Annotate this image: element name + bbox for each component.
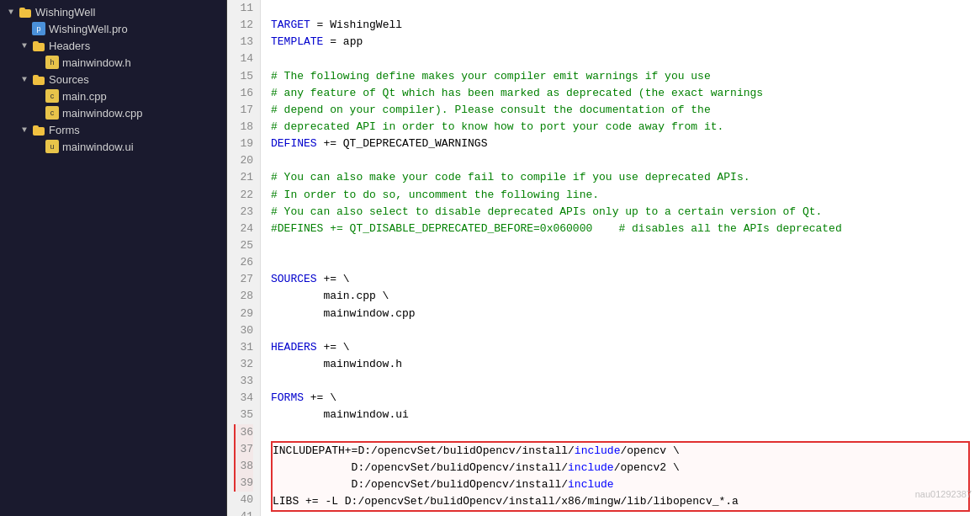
- expand-arrow: [5, 8, 17, 17]
- pro-file-label: WishingWell.pro: [49, 23, 128, 35]
- cpp2-icon: c: [45, 106, 59, 120]
- watermark: nau01292387: [915, 489, 972, 499]
- code-lines: TARGET = WishingWell TEMPLATE = app # Th…: [261, 0, 980, 516]
- sidebar-item-mainwindow-cpp[interactable]: c mainwindow.cpp: [0, 104, 226, 121]
- sidebar-item-headers[interactable]: Headers: [0, 37, 226, 54]
- source-file1-label: main.cpp: [62, 90, 107, 103]
- headers-folder-icon: [32, 39, 45, 52]
- folder-icon: [19, 5, 32, 19]
- sidebar-item-wishingwell[interactable]: WishingWell: [0, 3, 226, 20]
- forms-label: Forms: [49, 124, 80, 136]
- sidebar-item-main-cpp[interactable]: c main.cpp: [0, 88, 226, 104]
- project-label: WishingWell: [35, 6, 95, 19]
- header-file-label: mainwindow.h: [62, 56, 131, 69]
- pro-icon: p: [32, 22, 45, 35]
- sidebar-item-mainwindow-ui[interactable]: u mainwindow.ui: [0, 138, 226, 155]
- cpp1-icon: c: [45, 89, 59, 103]
- headers-arrow: [19, 41, 30, 51]
- sidebar-item-sources[interactable]: Sources: [0, 71, 226, 88]
- h-icon: h: [45, 56, 59, 69]
- source-file2-label: mainwindow.cpp: [62, 107, 142, 120]
- sidebar-item-wishingwell-pro[interactable]: p WishingWell.pro: [0, 20, 226, 37]
- forms-arrow: [19, 125, 30, 135]
- ui-icon: u: [45, 140, 59, 153]
- code-editor[interactable]: 11 12 13 14 15 16 17 18 19 20 21 22 23 2…: [227, 0, 980, 516]
- sidebar: WishingWell p WishingWell.pro Headers h …: [0, 0, 227, 516]
- line-numbers: 11 12 13 14 15 16 17 18 19 20 21 22 23 2…: [227, 0, 261, 516]
- sources-folder-icon: [32, 72, 45, 86]
- sidebar-item-mainwindow-h[interactable]: h mainwindow.h: [0, 54, 226, 71]
- sidebar-item-forms[interactable]: Forms: [0, 121, 226, 138]
- forms-folder-icon: [32, 123, 45, 136]
- headers-label: Headers: [49, 40, 90, 52]
- sources-label: Sources: [49, 73, 89, 86]
- form-file-label: mainwindow.ui: [62, 141, 134, 153]
- sources-arrow: [19, 75, 30, 84]
- code-area: 11 12 13 14 15 16 17 18 19 20 21 22 23 2…: [227, 0, 980, 516]
